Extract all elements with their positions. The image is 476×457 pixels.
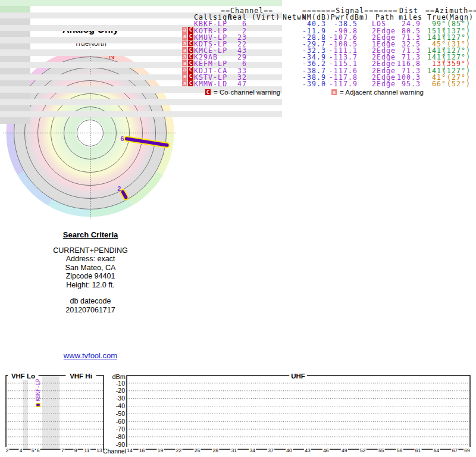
channel-tick-label: 67	[452, 447, 458, 453]
table-row-nm-band	[0, 80, 30, 86]
search-criteria-line: CURRENT+PENDING	[0, 246, 181, 255]
table-row	[0, 111, 282, 117]
cell-az_magn: (52°)	[447, 80, 471, 88]
table-row-nm-band	[0, 43, 30, 49]
channel-tick-label: 40	[286, 447, 292, 453]
dbm-tick-label: -90	[116, 441, 125, 448]
co-channel-warning-badge: C	[188, 60, 193, 66]
cell-az_true: 66°	[432, 80, 446, 88]
channel-tick-label: 5	[32, 447, 35, 453]
adjacent-channel-warning-badge: a	[182, 40, 187, 46]
search-criteria-title: Search Criteria	[0, 231, 181, 240]
dbm-tick-label: -40	[116, 402, 125, 409]
channel-tick-label: 22	[176, 447, 182, 453]
channel-axis-label: Channel	[103, 447, 126, 455]
adjacent-channel-warning-badge: a	[182, 33, 187, 39]
db-datecode-line: 201207061717	[0, 306, 181, 315]
table-row	[0, 25, 282, 31]
cell-nm_db: -39.0	[302, 80, 326, 88]
adjacent-channel-warning-badge: a	[182, 60, 187, 66]
co-channel-warning-badge: C	[188, 40, 193, 46]
channel-tick-label: 9	[74, 447, 77, 453]
cell-callsign[interactable]: KMMW-LD	[194, 80, 227, 88]
table-row-nm-band	[0, 117, 30, 123]
channel-tick-label: 25	[195, 447, 201, 453]
search-criteria-line: Height: 12.0 ft.	[0, 281, 181, 290]
channel-tick-label: 37	[268, 447, 274, 453]
cell-miles: 95.3	[402, 80, 421, 88]
dbm-tick-label: -50	[116, 410, 125, 417]
non-tv-spectrum-band	[23, 375, 28, 449]
adjacent-channel-warning-badge: a	[182, 67, 187, 73]
co-channel-warning-badge: C	[188, 73, 193, 79]
channel-tick-label: 34	[249, 447, 255, 453]
dbm-tick-label: -10	[116, 380, 125, 387]
table-row-nm-band	[0, 6, 30, 12]
search-criteria-block: Search Criteria CURRENT+PENDINGAddress: …	[0, 231, 181, 289]
adjacent-channel-warning-badge: a	[182, 73, 187, 79]
adjacent-channel-warning-badge: a	[182, 80, 187, 86]
channel-tick-label: 4	[20, 447, 23, 453]
co-channel-warning-badge: C	[188, 27, 193, 33]
table-row-nm-band	[0, 31, 30, 37]
channel-tick-label: 28	[213, 447, 219, 453]
adjacent-channel-warning-badge: a	[182, 27, 187, 33]
legend-text: = Co-channel warning	[214, 89, 280, 96]
site-link-wrap: www.tvfool.com	[0, 351, 181, 360]
adjacent-channel-warning-badge: a	[182, 47, 187, 53]
table-row-nm-band	[0, 18, 30, 24]
co-channel-warning-badge: C	[188, 33, 193, 39]
dbm-tick-label: -80	[116, 433, 125, 440]
db-datecode-line: db datecode	[0, 297, 181, 306]
table-row-nm-band	[0, 56, 30, 62]
radar-signal-channel-label: 6	[121, 135, 124, 142]
co-channel-warning-badge: C	[188, 54, 193, 60]
table-row	[0, 99, 282, 105]
channel-tick-label: 13	[96, 447, 102, 453]
channel-tick-label: 69	[464, 447, 470, 453]
cell-path: 2Edge	[372, 80, 396, 88]
dbm-tick-label: -70	[116, 425, 125, 433]
co-channel-warning-badge: C	[188, 80, 193, 86]
search-criteria-line: San Mateo, CA	[0, 264, 181, 273]
cell-real: 47	[237, 80, 247, 88]
channel-tick-label: 49	[342, 447, 347, 453]
channel-tick-label: 11	[84, 447, 90, 453]
uhf-panel-border	[127, 375, 470, 449]
channel-tick-label: 31	[231, 447, 237, 453]
adjacent-channel-legend-badge: a	[331, 89, 337, 95]
channel-tick-label: 46	[323, 447, 329, 453]
tvfool-report-page: Analog Only TrueNorth N62 ==Channel=====…	[0, 0, 476, 457]
band-label-vhf-hi: VHF Hi	[70, 373, 92, 380]
table-row-nm-band	[0, 105, 30, 111]
dbm-tick-label: -60	[116, 418, 125, 425]
channel-tick-label: 7	[61, 447, 64, 453]
table-row-nm-band	[0, 93, 30, 99]
co-channel-legend-badge: C	[205, 89, 211, 95]
db-datecode-block: db datecode201207061717	[0, 297, 181, 314]
channel-tick-label: 58	[397, 447, 403, 453]
table-row-nm-band	[0, 68, 30, 74]
spectrum-chart: VHF LoVHF HiUHFdBm-10-20-30-40-50-60-70-…	[0, 368, 476, 457]
spectrum-signal-bar	[36, 403, 40, 407]
non-tv-spectrum-band	[42, 375, 60, 449]
tvfool-link[interactable]: www.tvfool.com	[64, 351, 117, 360]
channel-tick-label: 43	[305, 447, 311, 453]
channel-tick-label: 64	[434, 447, 440, 453]
channel-tick-label: 2	[6, 447, 9, 453]
channel-tick-label: 16	[139, 447, 145, 453]
channel-tick-label: 52	[360, 447, 366, 453]
channel-tick-label: 61	[415, 447, 421, 453]
dbm-tick-label: -20	[116, 387, 125, 394]
co-channel-warning-badge: C	[188, 67, 193, 73]
spectrum-signal-callsign: KBKF-LP	[35, 378, 41, 402]
signal-table: ==Channel=========Signal=======Dist==Azi…	[0, 0, 476, 101]
table-row	[0, 0, 282, 6]
legend-text: = Adjacent channel warning	[340, 89, 424, 96]
band-label-uhf: UHF	[291, 373, 305, 380]
co-channel-warning-badge: C	[188, 47, 193, 53]
channel-tick-label: 19	[158, 447, 164, 453]
search-criteria-line: Zipcode 94401	[0, 272, 181, 281]
band-label-vhf-lo: VHF Lo	[11, 373, 35, 380]
header-col-virt: (Virt)	[252, 13, 280, 21]
